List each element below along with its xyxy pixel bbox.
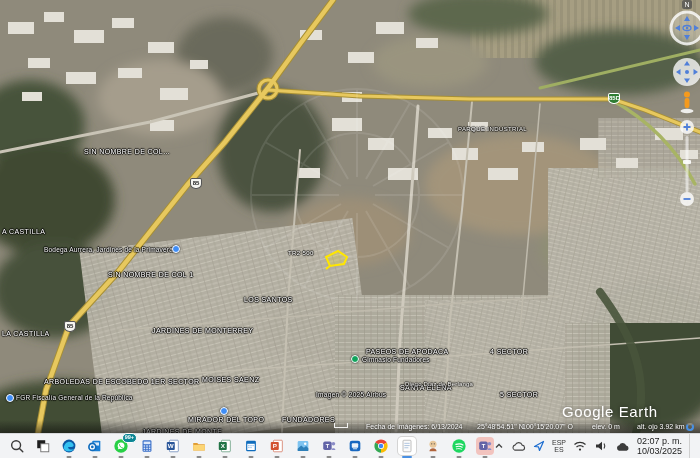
taskbar-powerpoint-button[interactable]: P	[268, 437, 286, 455]
language-indicator[interactable]: ESP ES	[552, 439, 566, 454]
chrome-icon	[373, 438, 389, 454]
map-label: 4 SECTOR	[490, 348, 528, 355]
dark-cloud-icon	[615, 441, 630, 452]
map-label: TR2 500	[288, 250, 314, 256]
task-view-icon	[35, 438, 51, 454]
taskbar-search-button[interactable]	[8, 437, 26, 455]
edge-icon	[61, 438, 77, 454]
map-label: ARBOLEDAS DE ESCOBEDO 1ER SECTOR	[44, 378, 199, 385]
taskbar-spotify-button[interactable]	[450, 437, 468, 455]
calendar-icon	[243, 438, 259, 454]
taskbar-file-explorer-button[interactable]	[190, 437, 208, 455]
powerpoint-icon: P	[269, 438, 285, 454]
hidden-icons-chevron[interactable]	[494, 441, 504, 451]
compass-north-button[interactable]: N	[682, 0, 692, 9]
road-shield-icon: 85	[190, 178, 202, 189]
google-earth-viewport[interactable]: SIN NOMBRE DE COL...PARQUE INDUSTRIALA C…	[0, 0, 700, 433]
zoom-in-button[interactable]	[680, 120, 694, 134]
place-poi-icon[interactable]	[220, 407, 228, 415]
map-label: A CASTILLA	[2, 228, 45, 235]
cloud-icon	[511, 441, 526, 452]
latitude-readout: 25°48'54.51" N	[477, 423, 524, 430]
taskbar-photos-button[interactable]	[294, 437, 312, 455]
teams-icon: T	[321, 438, 337, 454]
svg-text:T: T	[482, 443, 486, 449]
map-label: SIN NOMBRE DE COL 1	[108, 271, 194, 278]
zoom-slider[interactable]	[683, 136, 691, 192]
google-earth-logo: Google Earth	[562, 403, 658, 420]
svg-text:W: W	[168, 442, 174, 449]
clock[interactable]: 02:07 p. m. 10/03/2025	[637, 436, 682, 457]
streaming-indicator	[686, 423, 694, 431]
taskbar-blue-app-button[interactable]	[346, 437, 364, 455]
map-label: Diego Díaz de Berlanga	[405, 381, 473, 387]
wifi-tray-icon[interactable]	[573, 440, 587, 452]
weather-tray-icon[interactable]	[615, 441, 630, 452]
tray-time: 02:07 p. m.	[637, 436, 682, 447]
taskbar-calendar-button[interactable]	[242, 437, 260, 455]
taskbar-excel-button[interactable]: X	[216, 437, 234, 455]
map-label: FGR Fiscalía General de la República	[16, 394, 133, 401]
map-label: Gimnasio Fundadores	[362, 356, 430, 363]
map-label: SIN NOMBRE DE COL...	[84, 148, 170, 155]
map-label: LOS SANTOS	[244, 296, 293, 303]
taskbar-outlook-button[interactable]	[86, 437, 104, 455]
store-poi-icon[interactable]	[172, 245, 180, 253]
outlook-icon	[87, 438, 103, 454]
svg-text:N: N	[684, 1, 689, 8]
teams-icon: T	[477, 438, 493, 454]
government-poi-icon[interactable]	[6, 394, 14, 402]
taskbar-chrome-button[interactable]	[372, 437, 390, 455]
language-top: ESP	[552, 439, 566, 447]
map-label: PASEOS DE APODACA	[366, 348, 449, 355]
taskbar-word-button[interactable]: W	[164, 437, 182, 455]
move-joystick[interactable]	[673, 58, 700, 86]
notification-badge: 99+	[122, 433, 137, 443]
taskbar-task-view-button[interactable]	[34, 437, 52, 455]
calculator-icon	[139, 438, 155, 454]
svg-text:T: T	[326, 443, 330, 449]
taskbar-notepad-button[interactable]	[398, 437, 416, 455]
spotify-icon	[451, 438, 467, 454]
navigation-controls: N	[666, 0, 700, 225]
road-shield-icon: 85	[64, 321, 76, 332]
desktop: SIN NOMBRE DE COL...PARQUE INDUSTRIALA C…	[0, 0, 700, 458]
map-label: 5 SECTOR	[500, 391, 538, 398]
onedrive-tray-icon[interactable]	[511, 441, 526, 452]
show-desktop-button[interactable]	[689, 434, 693, 458]
taskbar-teams-button[interactable]: T	[320, 437, 338, 455]
search-icon	[9, 438, 25, 454]
tray-date: 10/03/2025	[637, 446, 682, 457]
look-joystick[interactable]	[671, 12, 700, 44]
map-label: JARDINES DE MONTERREY	[152, 327, 253, 334]
blue-app-icon	[347, 438, 363, 454]
language-bottom: ES	[552, 446, 566, 454]
taskbar-mascot-app-button[interactable]	[424, 437, 442, 455]
status-bar: Fecha de imágenes: 6/13/2024 25°48'54.51…	[0, 420, 700, 433]
mascot-app-icon	[425, 438, 441, 454]
map-label: LA CASTILLA	[2, 330, 50, 337]
photos-icon	[295, 438, 311, 454]
taskbar-teams-alert-button[interactable]: T	[476, 437, 494, 455]
imagery-date: Fecha de imágenes: 6/13/2024	[366, 423, 463, 430]
file-explorer-icon	[191, 438, 207, 454]
system-tray: ESP ES 02:07 p. m. 10/03/2025	[494, 434, 700, 458]
pegman-control[interactable]	[681, 92, 694, 114]
taskbar-apps: 99+WXPTT	[0, 437, 494, 455]
imagery-copyright: Imagen © 2025 Airbus	[316, 391, 386, 398]
volume-tray-icon[interactable]	[594, 440, 608, 452]
taskbar-edge-button[interactable]	[60, 437, 78, 455]
taskbar-calculator-button[interactable]	[138, 437, 156, 455]
word-icon: W	[165, 438, 181, 454]
location-tray-icon[interactable]	[533, 440, 545, 452]
elevation-readout: elev. 0 m	[592, 423, 620, 430]
satellite-imagery[interactable]	[0, 0, 700, 433]
map-label: MOISES SAENZ	[202, 376, 259, 383]
scale-indicator	[334, 423, 348, 428]
map-label: PARQUE INDUSTRIAL	[458, 126, 527, 132]
taskbar-whatsapp-button[interactable]: 99+	[112, 437, 130, 455]
zoom-out-button[interactable]	[680, 192, 694, 206]
gym-poi-icon[interactable]	[351, 355, 359, 363]
windows-taskbar: 99+WXPTT ESP ES	[0, 433, 700, 458]
eye-altitude-readout: alt. ojo 3.92 km	[637, 423, 684, 430]
